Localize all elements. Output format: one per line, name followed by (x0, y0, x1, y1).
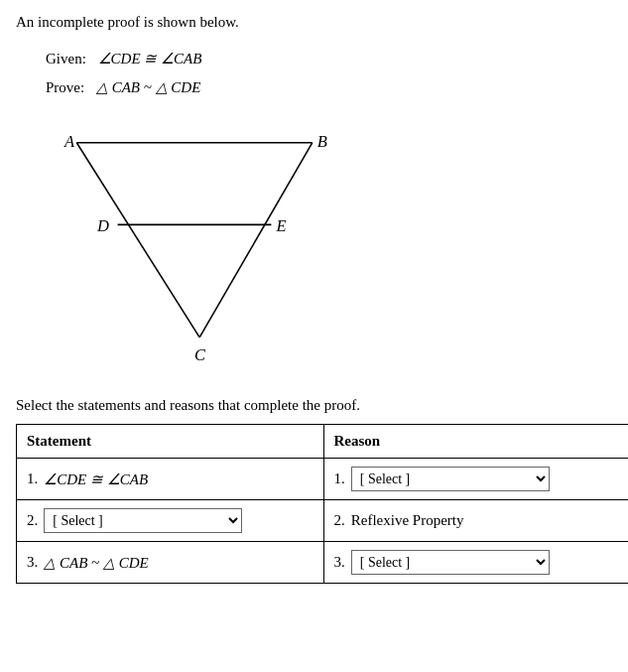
given-line: Given: ∠CDE ≅ ∠CAB (46, 45, 612, 73)
table-row: 2. [ Select ] 2. Reflexive Property (17, 500, 629, 542)
triangle-diagram: A B C D E (36, 111, 353, 379)
row1-statement: ∠CDE ≅ ∠CAB (44, 470, 148, 488)
table-row: 3. △ CAB ~ △ CDE 3. [ Select ] (17, 542, 629, 584)
row1-num: 1. (27, 470, 38, 487)
statement-cell-3: 3. △ CAB ~ △ CDE (17, 542, 324, 584)
reason-select-1[interactable]: [ Select ] (351, 467, 550, 491)
statement-select-2[interactable]: [ Select ] (44, 508, 242, 533)
reason-select-3[interactable]: [ Select ] (351, 550, 550, 575)
given-label: Given: (46, 51, 86, 67)
row3-num: 3. (27, 554, 38, 571)
label-A: A (63, 132, 75, 151)
statement-cell-2: 2. [ Select ] (17, 500, 324, 542)
row2-num: 2. (27, 512, 38, 529)
label-E: E (276, 216, 287, 235)
row1-reason-num: 1. (334, 470, 345, 487)
label-D: D (96, 216, 109, 235)
label-B: B (317, 132, 327, 151)
given-value: ∠CDE ≅ ∠CAB (98, 51, 202, 67)
svg-line-1 (76, 143, 199, 337)
table-row: 1. ∠CDE ≅ ∠CAB 1. [ Select ] (17, 459, 629, 500)
prove-line: Prove: △ CAB ~ △ CDE (46, 73, 612, 102)
intro-text: An incomplete proof is shown below. (16, 14, 612, 31)
diagram-container: A B C D E (36, 111, 612, 379)
label-C: C (194, 345, 206, 364)
table-header-row: Statement Reason (17, 425, 629, 459)
statement-cell-1: 1. ∠CDE ≅ ∠CAB (17, 459, 324, 500)
row3-reason-num: 3. (334, 554, 345, 571)
header-reason: Reason (323, 425, 628, 459)
reason-cell-3: 3. [ Select ] (323, 542, 628, 584)
svg-line-2 (199, 143, 313, 337)
reason-cell-2: 2. Reflexive Property (323, 500, 628, 542)
row2-reason-num: 2. (334, 512, 345, 529)
row3-statement: △ CAB ~ △ CDE (44, 554, 148, 572)
given-prove-section: Given: ∠CDE ≅ ∠CAB Prove: △ CAB ~ △ CDE (46, 45, 612, 101)
instruction-text: Select the statements and reasons that c… (16, 397, 612, 414)
proof-table: Statement Reason 1. ∠CDE ≅ ∠CAB 1. [ Sel… (16, 424, 628, 584)
prove-value: △ CAB ~ △ CDE (96, 79, 200, 95)
prove-label: Prove: (46, 79, 84, 95)
header-statement: Statement (17, 425, 324, 459)
reason-cell-1: 1. [ Select ] (323, 459, 628, 500)
row2-reason-static: Reflexive Property (351, 512, 464, 529)
